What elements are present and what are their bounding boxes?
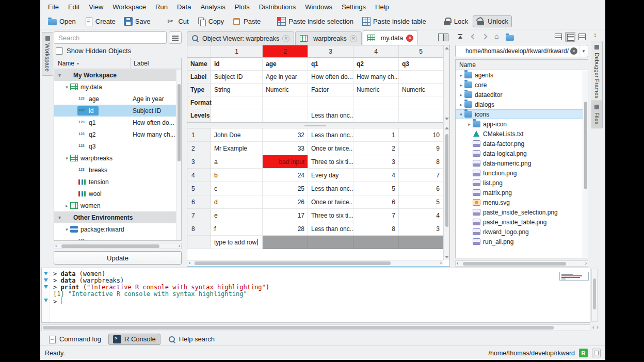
grid-cell[interactable]: e: [211, 209, 263, 222]
row-header[interactable]: 1: [187, 128, 211, 142]
grid-cell[interactable]: 32: [263, 128, 308, 142]
menu-item[interactable]: Data: [172, 2, 196, 12]
paste-inside-table-button[interactable]: Paste inside table: [358, 15, 430, 27]
grid-cell[interactable]: [211, 96, 263, 109]
paste-button[interactable]: Paste: [229, 15, 264, 27]
grid-cell[interactable]: [353, 96, 399, 109]
expander-icon[interactable]: ▸: [458, 73, 464, 78]
forward-button[interactable]: [481, 32, 489, 41]
meta-row-header[interactable]: Label: [187, 71, 211, 84]
object-tree-vscrollbar[interactable]: [176, 70, 181, 240]
scroll-right-icon[interactable]: ›: [440, 260, 442, 266]
go-up-button[interactable]: [456, 32, 464, 41]
grid-cell[interactable]: Subject ID: [211, 71, 263, 84]
scroll-right-icon[interactable]: ›: [179, 243, 180, 249]
scroll-right-icon[interactable]: ›: [585, 261, 587, 266]
object-tree-row[interactable]: ▾ package:rkward: [54, 223, 181, 235]
file-row[interactable]: ▾ icons: [456, 109, 588, 119]
object-tree-row[interactable]: [54, 235, 181, 240]
grid-cell[interactable]: 5: [353, 182, 399, 195]
file-row[interactable]: data-numeric.png: [456, 158, 588, 168]
row-header[interactable]: 5: [187, 182, 211, 195]
workspace-dock-tab[interactable]: Workspace: [42, 32, 53, 76]
object-tree-row[interactable]: id Subject ID: [54, 105, 181, 117]
object-tree-row[interactable]: breaks: [54, 164, 181, 176]
expander-icon[interactable]: ▾: [63, 85, 70, 90]
tree-view-button[interactable]: [565, 32, 575, 42]
chevron-down-icon[interactable]: ▼: [579, 45, 588, 57]
grid-cell[interactable]: 1: [353, 128, 399, 142]
file-row[interactable]: ▸ agents: [456, 70, 588, 80]
debugger-frames-dock-tab[interactable]: Debugger Frames: [591, 41, 603, 103]
grid-cell[interactable]: [263, 96, 308, 109]
r-console-tab[interactable]: R Console: [108, 334, 160, 345]
file-tree-vscrollbar[interactable]: [583, 71, 588, 258]
file-row[interactable]: rkward_logo.png: [456, 227, 588, 237]
menu-item[interactable]: Analysis: [196, 2, 230, 12]
object-tree-row[interactable]: q3: [54, 140, 181, 152]
file-row[interactable]: run_all.png: [456, 237, 588, 246]
grid-cell[interactable]: b: [211, 169, 263, 182]
menu-item[interactable]: Help: [371, 2, 394, 12]
object-tree-hscrollbar[interactable]: ‹ ›: [54, 243, 182, 249]
object-tree-row[interactable]: q1 How often do...: [54, 117, 181, 128]
row-header[interactable]: [187, 236, 211, 249]
path-text[interactable]: home/thomas/develop/rkward/rkward/: [458, 47, 569, 55]
scroll-left-icon[interactable]: ‹: [457, 261, 458, 266]
grid-cell[interactable]: Factor: [308, 84, 353, 96]
grid-cell[interactable]: [399, 109, 443, 122]
short-view-button[interactable]: [553, 32, 564, 42]
grid-cell[interactable]: 7: [399, 169, 443, 182]
meta-row-header[interactable]: Name: [187, 58, 211, 71]
grid-cell[interactable]: 3: [353, 155, 399, 169]
expander-icon[interactable]: ▾: [63, 227, 70, 232]
grid-cell[interactable]: [263, 109, 308, 122]
back-button[interactable]: [469, 32, 477, 41]
scroll-left-icon[interactable]: ‹: [189, 260, 190, 266]
grid-cell[interactable]: id: [211, 58, 263, 71]
grid-cell[interactable]: Less than onc...: [308, 109, 353, 122]
grid-cell[interactable]: 5: [399, 195, 443, 209]
console-prompt-line[interactable]: >: [53, 297, 61, 305]
path-combobox[interactable]: home/thomas/develop/rkward/rkward/ × ▼: [455, 45, 588, 57]
list-options-button[interactable]: [169, 31, 182, 44]
row-header[interactable]: 6: [187, 195, 211, 209]
scroll-left-icon[interactable]: ‹: [592, 325, 594, 330]
add-row-edit-cell[interactable]: type to add row: [211, 236, 263, 249]
object-tree-row[interactable]: ▾ My Workspace: [54, 69, 181, 81]
grid-cell[interactable]: 6: [399, 182, 443, 195]
row-header[interactable]: 2: [187, 142, 211, 155]
home-button[interactable]: [493, 32, 502, 41]
grid-cell[interactable]: Less than onc...: [308, 222, 353, 236]
grid-cell[interactable]: Less than onc...: [308, 128, 353, 142]
copy-button[interactable]: Copy: [194, 15, 228, 27]
grid-cell[interactable]: String: [211, 84, 263, 96]
command-log-tab[interactable]: Command log: [43, 334, 106, 345]
grid-cell[interactable]: [399, 71, 443, 84]
dock-arrange-icon[interactable]: ↕: [593, 31, 597, 39]
file-row[interactable]: list.png: [456, 178, 588, 188]
detail-view-button[interactable]: [577, 32, 587, 42]
menu-item[interactable]: Edit: [63, 2, 84, 12]
menu-item[interactable]: Workspace: [108, 2, 151, 12]
r-console-view[interactable]: > data (women) > data (warpbreaks) > pri…: [41, 268, 590, 323]
file-row[interactable]: ▸ core: [456, 80, 588, 90]
grid-cell[interactable]: Three to six ti...: [308, 155, 353, 169]
scroll-left-icon[interactable]: ‹: [55, 243, 57, 249]
column-header-4[interactable]: 4: [353, 45, 399, 58]
meta-data-splitter[interactable]: [187, 122, 443, 128]
grid-cell[interactable]: Once or twice...: [308, 195, 353, 209]
row-header[interactable]: 3: [187, 155, 211, 169]
row-header[interactable]: 7: [187, 209, 211, 222]
grid-cell[interactable]: 9: [399, 142, 443, 155]
grid-cell[interactable]: 2: [353, 142, 399, 155]
file-row[interactable]: data-logical.png: [456, 149, 588, 158]
show-hidden-row[interactable]: Show Hidden Objects: [54, 46, 182, 56]
grid-cell[interactable]: Three to six ti...: [308, 209, 353, 222]
grid-cell[interactable]: Numeric: [353, 84, 399, 96]
grid-cell[interactable]: 33: [263, 142, 308, 155]
close-tab-icon[interactable]: ×: [282, 35, 289, 42]
menu-item[interactable]: Windows: [300, 2, 337, 12]
file-row[interactable]: function.png: [456, 168, 588, 178]
object-tree-row[interactable]: wool: [54, 188, 181, 200]
